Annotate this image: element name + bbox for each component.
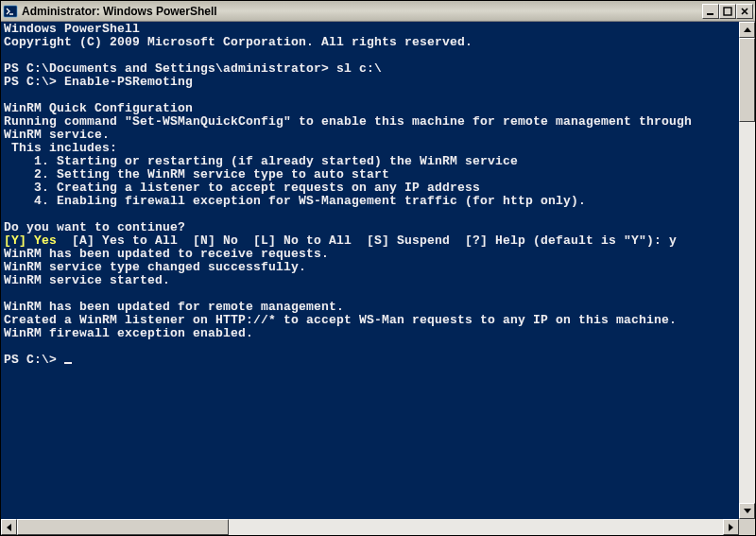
scroll-right-button[interactable]	[723, 519, 739, 535]
horizontal-scroll-track[interactable]	[229, 519, 723, 535]
text-cursor	[64, 362, 72, 364]
console-line: Do you want to continue?	[4, 220, 185, 234]
vertical-scroll-thumb[interactable]	[739, 38, 755, 122]
console-line: Running command "Set-WSManQuickConfig" t…	[4, 114, 692, 129]
console-line: WinRM firewall exception enabled.	[4, 326, 253, 340]
horizontal-scrollbar[interactable]	[1, 519, 739, 535]
scroll-left-button[interactable]	[1, 519, 17, 535]
console-line: 2. Setting the WinRM service type to aut…	[4, 167, 389, 182]
chevron-left-icon	[7, 524, 11, 531]
powershell-icon	[3, 4, 18, 19]
console-line: Windows PowerShell	[4, 22, 140, 36]
close-button[interactable]	[736, 4, 753, 19]
svg-rect-0	[4, 6, 17, 17]
console-line: PS C:\> Enable-PSRemoting	[4, 75, 193, 89]
scroll-down-button[interactable]	[739, 503, 755, 519]
console-line: PS C:\Documents and Settings\administrat…	[4, 61, 382, 76]
console-prompt: PS C:\>	[4, 353, 64, 367]
vertical-scroll-track[interactable]	[739, 122, 755, 503]
window-controls	[702, 4, 753, 19]
scroll-corner	[739, 519, 755, 535]
console-line: 3. Creating a listener to accept request…	[4, 181, 480, 195]
console-line: Created a WinRM listener on HTTP://* to …	[4, 313, 677, 327]
console-line: 1. Starting or restarting (if already st…	[4, 154, 518, 168]
svg-rect-2	[724, 8, 731, 15]
console-line: WinRM has been updated for remote manage…	[4, 300, 344, 314]
vertical-scrollbar[interactable]	[739, 22, 755, 519]
choice-options: [A] Yes to All [N] No [L] No to All [S] …	[57, 233, 677, 248]
console-container: Windows PowerShell Copyright (C) 2009 Mi…	[1, 22, 755, 535]
chevron-up-icon	[744, 27, 751, 32]
maximize-button[interactable]	[719, 4, 736, 19]
console-line: This includes:	[4, 141, 117, 155]
title-bar[interactable]: Administrator: Windows PowerShell	[1, 1, 755, 22]
chevron-right-icon	[729, 524, 733, 531]
console-line: WinRM Quick Configuration	[4, 101, 193, 115]
console-line: WinRM service started.	[4, 273, 170, 287]
svg-rect-1	[707, 13, 713, 15]
console-line: WinRM has been updated to receive reques…	[4, 247, 329, 261]
choice-default: [Y] Yes	[4, 233, 57, 248]
horizontal-scroll-thumb[interactable]	[17, 519, 229, 535]
scroll-up-button[interactable]	[739, 22, 755, 38]
console-line: 4. Enabling firewall exception for WS-Ma…	[4, 194, 586, 208]
console-line: WinRM service type changed successfully.	[4, 260, 306, 274]
minimize-button[interactable]	[702, 4, 719, 19]
window-title: Administrator: Windows PowerShell	[22, 5, 702, 18]
console-line: Copyright (C) 2009 Microsoft Corporation…	[4, 35, 472, 49]
chevron-down-icon	[744, 509, 751, 513]
console-line: WinRM service.	[4, 128, 110, 142]
console-output[interactable]: Windows PowerShell Copyright (C) 2009 Mi…	[1, 22, 739, 519]
